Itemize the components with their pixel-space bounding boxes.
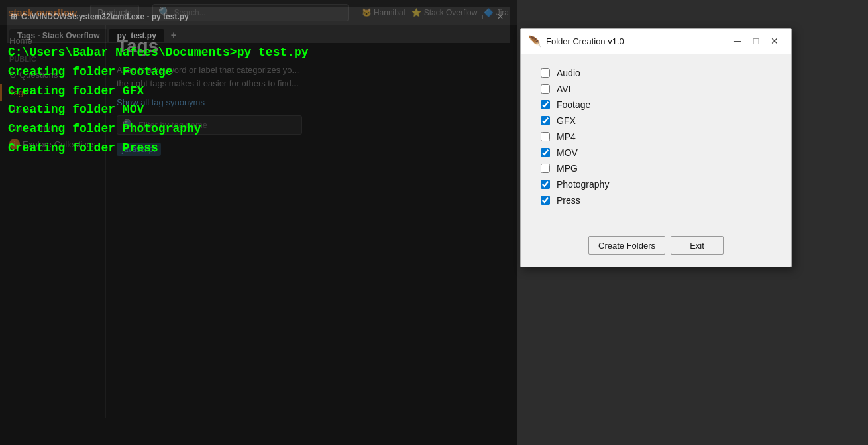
checkbox-photography-label: Photography <box>557 179 609 190</box>
dialog-minimize-btn[interactable]: ─ <box>729 34 746 48</box>
checkbox-audio[interactable]: Audio <box>541 68 771 78</box>
checkbox-avi-input[interactable] <box>541 84 550 94</box>
checkbox-gfx[interactable]: GFX <box>541 115 771 126</box>
create-folders-button[interactable]: Create Folders <box>588 236 665 255</box>
checkbox-avi-label: AVI <box>557 84 571 94</box>
dialog-maximize-btn[interactable]: □ <box>747 34 765 48</box>
checkbox-press[interactable]: Press <box>541 195 771 206</box>
dialog-footer: Create Folders Exit <box>521 229 791 267</box>
so-search-input[interactable] <box>174 8 343 17</box>
checkbox-mpg-label: MPG <box>557 163 578 174</box>
so-header-nav: stack overflow Products 🔍 🐱 Hannibal ⭐ S… <box>0 0 517 25</box>
dialog-titlebar: 🪶 Folder Creation v1.0 ─ □ ✕ <box>521 29 791 54</box>
dialog-title-area: 🪶 Folder Creation v1.0 <box>529 35 624 47</box>
so-stackoverflow-link[interactable]: ⭐ Stack Overflow <box>411 8 477 17</box>
checkbox-footage[interactable]: Footage <box>541 99 771 110</box>
checkbox-mpg-input[interactable] <box>541 164 550 173</box>
cmd-line-5: Creating folder Photography <box>8 119 309 139</box>
checkbox-avi[interactable]: AVI <box>541 84 771 94</box>
checkbox-mpg[interactable]: MPG <box>541 163 771 174</box>
checkbox-mp4-label: MP4 <box>557 131 576 142</box>
checkbox-photography[interactable]: Photography <box>541 179 771 190</box>
checkbox-footage-input[interactable] <box>541 100 550 109</box>
cmd-line-3: Creating folder GFX <box>8 82 309 101</box>
checkbox-gfx-label: GFX <box>557 115 576 126</box>
folder-creation-dialog[interactable]: 🪶 Folder Creation v1.0 ─ □ ✕ Audio AVI <box>520 28 792 267</box>
checkbox-mov[interactable]: MOV <box>541 147 771 158</box>
checkbox-mov-input[interactable] <box>541 148 550 157</box>
checkbox-audio-input[interactable] <box>541 68 550 78</box>
so-products-btn[interactable]: Products <box>90 5 138 20</box>
so-header-actions: 🐱 Hannibal ⭐ Stack Overflow 🔷 Jira <box>362 8 509 17</box>
dialog-close-btn[interactable]: ✕ <box>766 34 783 48</box>
checkbox-gfx-input[interactable] <box>541 116 550 125</box>
checkbox-mp4-input[interactable] <box>541 132 550 141</box>
cmd-line-4: Creating folder MOV <box>8 100 309 119</box>
so-jira-link[interactable]: 🔷 Jira <box>484 8 509 17</box>
checkbox-list: Audio AVI Footage GFX <box>541 68 771 206</box>
so-search-bar[interactable]: 🔍 <box>152 4 349 21</box>
so-hannibal-link[interactable]: 🐱 Hannibal <box>362 8 406 17</box>
checkbox-mov-label: MOV <box>557 147 578 158</box>
so-logo: stack overflow <box>8 7 77 18</box>
checkbox-photography-input[interactable] <box>541 180 550 189</box>
checkbox-audio-label: Audio <box>557 68 580 78</box>
exit-button[interactable]: Exit <box>671 236 724 255</box>
checkbox-press-label: Press <box>557 195 580 206</box>
cmd-line-2: Creating folder Footage <box>8 62 309 82</box>
checkbox-press-input[interactable] <box>541 196 550 205</box>
dialog-window-controls: ─ □ ✕ <box>729 34 783 48</box>
checkbox-mp4[interactable]: MP4 <box>541 131 771 142</box>
checkbox-footage-label: Footage <box>557 99 590 110</box>
dialog-app-icon: 🪶 <box>529 35 541 47</box>
dialog-body: Audio AVI Footage GFX <box>521 54 791 229</box>
cmd-output: C:\Users\Babar Nafees\Documents>py test.… <box>0 36 317 164</box>
cmd-line-1: C:\Users\Babar Nafees\Documents>py test.… <box>8 43 309 62</box>
search-icon: 🔍 <box>158 6 172 19</box>
dialog-title-text: Folder Creation v1.0 <box>546 36 624 46</box>
cmd-line-6: Creating folder Press <box>8 139 309 158</box>
